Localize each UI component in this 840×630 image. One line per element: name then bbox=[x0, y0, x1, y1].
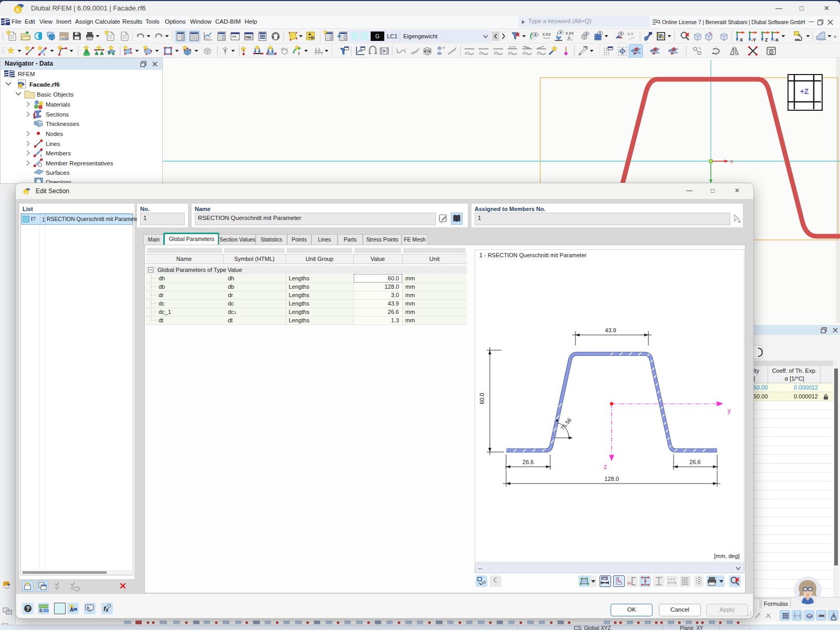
svg-text:1 2 3: 1 2 3 bbox=[668, 578, 675, 581]
svg-text:-Y: -Y bbox=[751, 37, 756, 43]
svg-text:Members: Members bbox=[46, 150, 71, 156]
svg-text:Sections: Sections bbox=[46, 111, 69, 118]
svg-text:Facade.rf6: Facade.rf6 bbox=[29, 81, 60, 88]
svg-text:»: » bbox=[834, 34, 837, 39]
svg-text:Member Representatives: Member Representatives bbox=[46, 160, 113, 166]
svg-text:?: ? bbox=[26, 605, 30, 612]
svg-text:A: A bbox=[70, 607, 74, 613]
svg-text:X: X bbox=[740, 37, 743, 43]
svg-text:6: 6 bbox=[25, 190, 27, 195]
svg-text:Thicknesses: Thicknesses bbox=[46, 121, 79, 127]
svg-text:0.00: 0.00 bbox=[39, 608, 49, 613]
svg-text:Basic Objects: Basic Objects bbox=[37, 91, 74, 98]
svg-text:+Z: +Z bbox=[800, 87, 809, 96]
svg-text:x: x bbox=[730, 158, 733, 164]
svg-text:26.6: 26.6 bbox=[689, 459, 700, 465]
svg-text:sc: sc bbox=[627, 581, 632, 585]
svg-text:128.0: 128.0 bbox=[604, 476, 619, 482]
svg-text:Z: Z bbox=[765, 37, 768, 43]
svg-text:Lines: Lines bbox=[46, 141, 60, 147]
svg-text:60.0: 60.0 bbox=[479, 393, 485, 404]
svg-text:6: 6 bbox=[16, 7, 19, 13]
svg-text:Nodes: Nodes bbox=[46, 131, 63, 137]
svg-text:Surfaces: Surfaces bbox=[46, 170, 70, 176]
svg-text:75.56: 75.56 bbox=[559, 416, 572, 431]
svg-text:43.9: 43.9 bbox=[605, 327, 616, 333]
svg-text:RFEM: RFEM bbox=[18, 71, 35, 77]
svg-text:fx: fx bbox=[103, 605, 109, 613]
svg-text:I: I bbox=[40, 153, 41, 158]
svg-text:26.6: 26.6 bbox=[522, 459, 533, 465]
svg-text:Materials: Materials bbox=[46, 101, 70, 108]
svg-text:-X: -X bbox=[774, 37, 779, 43]
svg-text:100: 100 bbox=[602, 577, 607, 580]
svg-text:Eigengewicht: Eigengewicht bbox=[403, 33, 437, 39]
svg-text:LC1: LC1 bbox=[387, 33, 397, 39]
